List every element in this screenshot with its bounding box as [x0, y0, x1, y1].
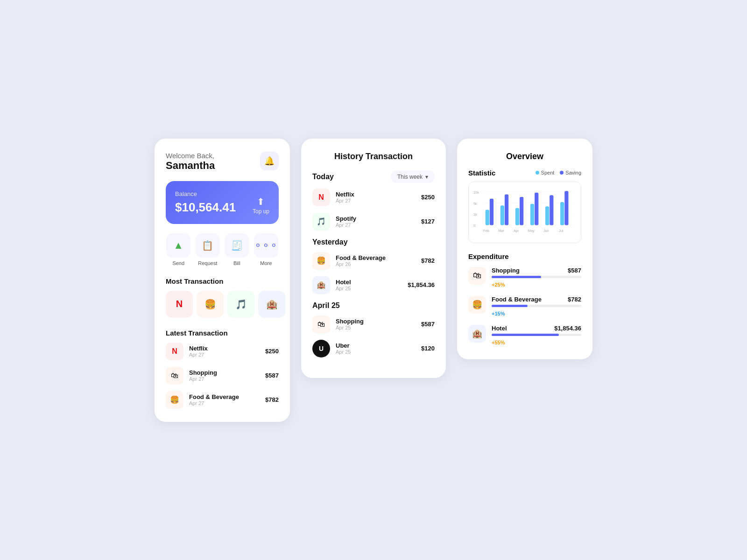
more-action[interactable]: ⚬⚬⚬ More: [254, 233, 279, 266]
more-label: More: [260, 260, 272, 266]
bar-chart: 10k 5k 1k 0: [473, 187, 576, 238]
list-item: 🎵 Spotify Apr 27 $127: [312, 213, 435, 231]
bill-icon-wrap: 🧾: [225, 233, 249, 258]
spent-dot: [536, 171, 539, 175]
bill-action[interactable]: 🧾 Bill: [224, 233, 250, 266]
svg-rect-14: [530, 203, 534, 225]
shopping-pct: +25%: [492, 282, 505, 287]
send-icon-wrap: ▲: [166, 233, 190, 258]
list-item: 🛍 Shopping $587 +25%: [468, 267, 581, 288]
yesterday-label: Yesterday: [312, 238, 348, 246]
more-icon-wrap: ⚬⚬⚬: [254, 233, 278, 258]
food-bar: [492, 305, 528, 307]
food-exp-icon: 🍔: [468, 296, 486, 314]
food-pct: +15%: [492, 311, 505, 316]
svg-rect-13: [520, 197, 523, 225]
send-action[interactable]: ▲ Send: [166, 233, 191, 266]
food-exp-info: Food & Beverage $782 +15%: [492, 296, 581, 317]
shopping-bar-wrap: [492, 276, 581, 278]
send-icon: ▲: [173, 239, 183, 252]
hotel-exp-icon: 🏨: [468, 325, 486, 343]
shopping-bar: [492, 276, 541, 278]
hotel-icon: 🏨: [266, 299, 278, 310]
week-filter-label: This week: [397, 174, 423, 180]
april25-label: April 25: [312, 301, 340, 310]
mt-food[interactable]: 🍔: [197, 291, 224, 318]
header-row: Welcome Back, Samantha 🔔: [166, 152, 279, 172]
yesterday-section: Yesterday 🍔 Food & Beverage Apr 26 $782 …: [312, 238, 435, 294]
week-filter-dropdown[interactable]: This week ▾: [391, 171, 435, 183]
svg-text:1k: 1k: [473, 212, 477, 217]
food-tx-icon: 🍔: [166, 391, 183, 409]
netflix-icon: N: [176, 299, 183, 309]
table-row: N Netflix Apr 27 $250: [166, 343, 279, 360]
today-list: N Netflix Apr 27 $250 🎵 Spotify Apr 27: [312, 189, 435, 231]
svg-text:Feb: Feb: [483, 229, 489, 233]
bell-button[interactable]: 🔔: [260, 152, 279, 170]
table-row: 🛍 Shopping Apr 27 $587: [166, 367, 279, 385]
svg-text:May: May: [528, 229, 535, 233]
svg-text:Apr: Apr: [514, 229, 519, 233]
username: Samantha: [166, 160, 215, 172]
request-icon-wrap: 📋: [196, 233, 220, 258]
svg-rect-12: [515, 208, 519, 225]
svg-rect-19: [564, 191, 568, 225]
chart-legend: Spent Saving: [536, 170, 581, 175]
list-item: 🍔 Food & Beverage $782 +15%: [468, 296, 581, 317]
action-grid: ▲ Send 📋 Request 🧾 Bill ⚬⚬⚬ Mor: [166, 233, 279, 266]
request-action[interactable]: 📋 Request: [195, 233, 221, 266]
svg-rect-10: [500, 205, 504, 225]
mt-spotify[interactable]: 🎵: [227, 291, 254, 318]
svg-rect-11: [505, 194, 508, 225]
svg-rect-8: [486, 210, 489, 225]
statistic-header: Statistic Spent Saving: [468, 169, 581, 177]
table-row: 🍔 Food & Beverage Apr 27 $782: [166, 391, 279, 409]
welcome-text: Welcome Back,: [166, 152, 215, 160]
balance-label: Balance: [175, 190, 236, 197]
today-label: Today: [312, 173, 334, 181]
shopping-exp-icon: 🛍: [468, 267, 486, 285]
hotel-bar-wrap: [492, 334, 581, 336]
mt-netflix[interactable]: N: [166, 291, 193, 318]
saving-dot: [560, 171, 564, 175]
list-item: 🍔 Food & Beverage Apr 26 $782: [312, 252, 435, 270]
april25-section: April 25 🛍 Shopping Apr 25 $587 U: [312, 301, 435, 357]
most-transaction-title: Most Transaction: [166, 277, 279, 285]
april25-list: 🛍 Shopping Apr 25 $587 U Uber Apr 25: [312, 315, 435, 357]
svg-text:5k: 5k: [473, 201, 477, 205]
yesterday-header: Yesterday: [312, 238, 435, 246]
list-item: 🏨 Hotel Apr 25 $1,854.36: [312, 276, 435, 294]
shopping-icon: 🛍: [312, 315, 330, 333]
uber-icon: U: [312, 340, 330, 357]
svg-rect-16: [545, 206, 549, 225]
saving-legend: Saving: [560, 170, 581, 175]
svg-rect-18: [560, 202, 564, 225]
chart-area: 10k 5k 1k 0: [468, 182, 581, 243]
left-panel: Welcome Back, Samantha 🔔 Balance $10,564…: [155, 139, 290, 422]
latest-transaction-title: Latest Transaction: [166, 329, 279, 337]
shopping-tx-icon: 🛍: [166, 367, 183, 385]
overview-title: Overview: [468, 152, 581, 161]
most-transaction-grid: N 🍔 🎵 🏨: [166, 291, 279, 318]
hotel-icon: 🏨: [312, 276, 330, 294]
middle-panel: History Transaction Today This week ▾ N …: [301, 139, 446, 378]
welcome-section: Welcome Back, Samantha: [166, 152, 215, 172]
yesterday-list: 🍔 Food & Beverage Apr 26 $782 🏨 Hotel Ap…: [312, 252, 435, 294]
topup-button[interactable]: ⬆ Top up: [253, 196, 269, 215]
left-transaction-list: N Netflix Apr 27 $250 🛍 Shopping Apr 27 …: [166, 343, 279, 409]
svg-rect-9: [490, 198, 493, 225]
svg-text:Jun: Jun: [543, 229, 549, 233]
list-item: 🏨 Hotel $1,854.36 +55%: [468, 325, 581, 346]
spent-legend: Spent: [536, 170, 555, 175]
expenditure-title: Expenditure: [468, 252, 581, 260]
hotel-pct: +55%: [492, 340, 505, 345]
tx-food-info: Food & Beverage Apr 27: [189, 393, 260, 406]
spotify-icon: 🎵: [235, 299, 247, 310]
list-item: U Uber Apr 25 $120: [312, 340, 435, 357]
chevron-down-icon: ▾: [425, 174, 428, 180]
netflix-tx-icon: N: [166, 343, 183, 360]
expenditure-list: 🛍 Shopping $587 +25% 🍔: [468, 267, 581, 346]
spotify-icon: 🎵: [312, 213, 330, 231]
mt-hotel[interactable]: 🏨: [258, 291, 285, 318]
balance-card: Balance $10,564.41 ⬆ Top up: [166, 181, 279, 224]
